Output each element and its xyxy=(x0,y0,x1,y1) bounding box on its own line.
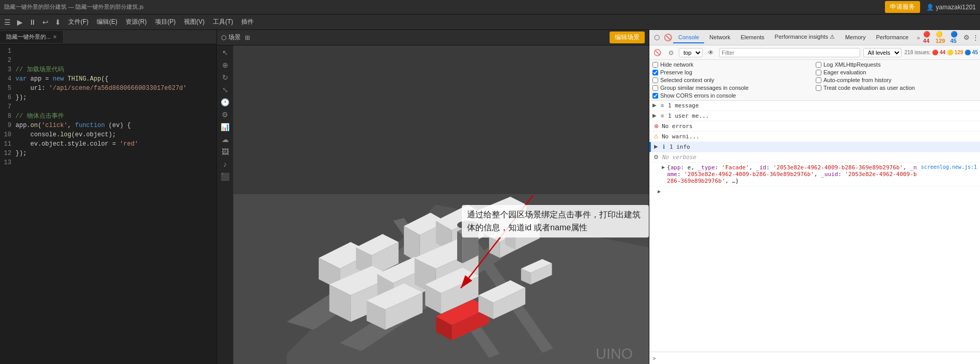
scene-tool-clock[interactable]: 🕐 xyxy=(221,98,229,106)
filter-preserve-log-checkbox[interactable] xyxy=(652,70,658,75)
close-tab-icon[interactable]: ✕ xyxy=(53,34,57,40)
filter-preserve-log[interactable]: Preserve log xyxy=(652,69,814,75)
devtools-block-icon[interactable]: 🚫 xyxy=(663,33,673,43)
scene-tool-chart[interactable]: 📊 xyxy=(221,123,229,131)
msg-icon-list: ≡ xyxy=(659,102,666,108)
console-secondary-toolbar: 🚫 ⊙ top 👁 All levels 218 issues: 🔴 44 🟡 … xyxy=(649,45,980,60)
devtools-right-icons: 🔴 44 🟡 129 🔵 45 ⚙ ⋮ ✕ xyxy=(923,31,980,44)
code-line: 3 // 加载场景代码 xyxy=(0,65,216,74)
console-level-select[interactable]: All levels xyxy=(863,48,901,57)
obj-expand-icon[interactable]: ▶ xyxy=(662,164,665,170)
console-eye2-icon[interactable]: 👁 xyxy=(706,48,716,57)
menu-file[interactable]: 文件(F) xyxy=(66,17,90,27)
console-msg-1message[interactable]: ▶ ≡ 1 message xyxy=(649,101,980,111)
obj-expand-row[interactable]: ▶ xyxy=(649,186,980,196)
code-line: 7 xyxy=(0,102,216,112)
filter-log-xhr[interactable]: Log XMLHttpRequests xyxy=(816,61,977,68)
console-input-bar: > xyxy=(649,352,980,364)
code-area[interactable]: 1 2 3 // 加载场景代码 4 var app = new THING.Ap… xyxy=(0,44,216,364)
scene-tab-icon2[interactable]: ⊞ xyxy=(245,34,250,41)
code-line: 8 // 物体点击事件 xyxy=(0,112,216,121)
console-clear-icon[interactable]: 🚫 xyxy=(651,48,663,57)
expand-arrow-icon[interactable]: ▶ xyxy=(658,188,661,194)
expand-icon[interactable]: ▶ xyxy=(654,144,658,149)
devtools-settings-icon[interactable]: ⚙ xyxy=(963,33,970,43)
download-icon[interactable]: ⬇ xyxy=(54,17,62,27)
devtools-inspect-icon[interactable]: ⬡ xyxy=(651,33,662,43)
console-msg-noerrors[interactable]: ⊗ No errors xyxy=(649,121,980,132)
filter-eager-eval[interactable]: Eager evaluation xyxy=(816,69,977,75)
pause-icon[interactable]: ⏸ xyxy=(28,17,37,27)
console-obj-line[interactable]: ▶ {app: e, _type: 'Facade', _id: '2053e8… xyxy=(649,163,980,186)
tab-console[interactable]: Console xyxy=(673,32,704,43)
console-obj-text: {app: e, _type: 'Facade', _id: '2053e82e… xyxy=(667,164,919,184)
scene-tool-move[interactable]: ⊕ xyxy=(222,61,228,69)
menu-project[interactable]: 项目(P) xyxy=(153,17,178,27)
undo-icon[interactable]: ↩ xyxy=(41,17,50,27)
filter-autocomplete[interactable]: Auto-complete from history xyxy=(816,77,977,83)
source-link[interactable]: screenlog.new.js:1 xyxy=(921,164,977,170)
scene-svg: UINO NO xyxy=(234,45,649,364)
menu-edit[interactable]: 编辑(E) xyxy=(95,17,119,27)
console-input[interactable] xyxy=(658,355,977,361)
scene-tool-puzzle[interactable]: ⬛ xyxy=(221,172,229,181)
editor-tab-item[interactable]: 隐藏一键外景的... ✕ xyxy=(0,31,64,43)
filter-treat-code[interactable]: Treat code evaluation as user action xyxy=(816,85,977,91)
filter-selected-context[interactable]: Selected context only xyxy=(652,77,814,83)
filter-hide-network-checkbox[interactable] xyxy=(652,62,658,68)
scene-tool-scale[interactable]: ⤡ xyxy=(222,86,228,94)
filter-selected-context-checkbox[interactable] xyxy=(652,77,658,83)
apply-service-button[interactable]: 申请服务 xyxy=(885,1,920,13)
tab-network[interactable]: Network xyxy=(704,32,735,43)
tab-more[interactable]: » xyxy=(914,33,923,43)
filter-autocomplete-checkbox[interactable] xyxy=(816,77,821,83)
play-icon[interactable]: ▶ xyxy=(16,17,24,27)
menu-icon[interactable]: ☰ xyxy=(3,17,12,27)
user-info: 👤 yamazaki1201 xyxy=(926,4,976,11)
info-badge: 🔵 45 xyxy=(951,31,961,44)
msg-icon-list: ≡ xyxy=(659,113,666,119)
error-badge: 🔴 44 xyxy=(923,31,934,44)
filter-group-similar-checkbox[interactable] xyxy=(652,85,658,91)
filter-treat-code-checkbox[interactable] xyxy=(816,85,821,91)
tab-memory[interactable]: Memory xyxy=(840,32,871,43)
scene-tool-image[interactable]: 🖼 xyxy=(222,148,229,156)
console-msg-info[interactable]: ▶ ℹ 1 info xyxy=(649,142,980,152)
msg-icon-warn: ⚠ xyxy=(652,133,660,140)
tab-performance-insights[interactable]: Performance insights ⚠ xyxy=(770,31,840,43)
tab-performance[interactable]: Performance xyxy=(871,32,914,43)
console-filter-input[interactable] xyxy=(719,48,860,57)
expand-icon[interactable]: ▶ xyxy=(652,102,657,108)
scene-tool-cloud[interactable]: ☁ xyxy=(222,135,229,144)
devtools-more-icon[interactable]: ⋮ xyxy=(972,33,979,43)
filter-cors-errors[interactable]: Show CORS errors in console xyxy=(652,92,814,99)
scene-tool-music[interactable]: ♪ xyxy=(223,160,227,168)
console-msg-nowarnings[interactable]: ⚠ No warni... xyxy=(649,132,980,142)
tab-elements[interactable]: Elements xyxy=(736,32,770,43)
code-line: 13 xyxy=(0,158,216,167)
scene-tool-select[interactable]: ↖ xyxy=(222,49,228,57)
edit-scene-button[interactable]: 编辑场景 xyxy=(610,31,645,43)
scene-tab[interactable]: ⬡ 场景 xyxy=(221,33,241,42)
filter-cors-errors-checkbox[interactable] xyxy=(652,93,658,99)
filter-hide-network[interactable]: Hide network xyxy=(652,61,814,68)
console-eye-icon[interactable]: ⊙ xyxy=(666,48,676,57)
filter-eager-eval-checkbox[interactable] xyxy=(816,70,821,75)
filter-log-xhr-checkbox[interactable] xyxy=(816,62,821,68)
console-msg-noverbose[interactable]: ⚙ No verbose xyxy=(649,152,980,163)
menu-tools[interactable]: 工具(T) xyxy=(211,17,235,27)
console-messages[interactable]: ▶ ≡ 1 message ▶ ≡ 1 user me... ⊗ No erro… xyxy=(649,101,980,352)
scene-tool-group[interactable]: ⚙ xyxy=(222,110,228,119)
scene-body: ↖ ⊕ ↻ ⤡ 🕐 ⚙ 📊 ☁ 🖼 ♪ ⬛ xyxy=(217,45,649,364)
filter-group-similar[interactable]: Group similar messages in console xyxy=(652,85,814,91)
warn-badge: 🟡 129 xyxy=(936,31,948,44)
console-context-select[interactable]: top xyxy=(679,48,703,57)
menu-plugin[interactable]: 插件 xyxy=(239,17,256,27)
menu-resources[interactable]: 资源(R) xyxy=(123,17,149,27)
scene-viewport[interactable]: UINO NO 通过给整个园区场景绑定点击事 xyxy=(234,45,649,364)
scene-tool-rotate[interactable]: ↻ xyxy=(222,73,228,82)
expand-icon[interactable]: ▶ xyxy=(652,113,657,118)
console-msg-usermessage[interactable]: ▶ ≡ 1 user me... xyxy=(649,111,980,121)
menu-view[interactable]: 视图(V) xyxy=(182,17,207,27)
svg-text:UINO: UINO xyxy=(596,345,633,362)
